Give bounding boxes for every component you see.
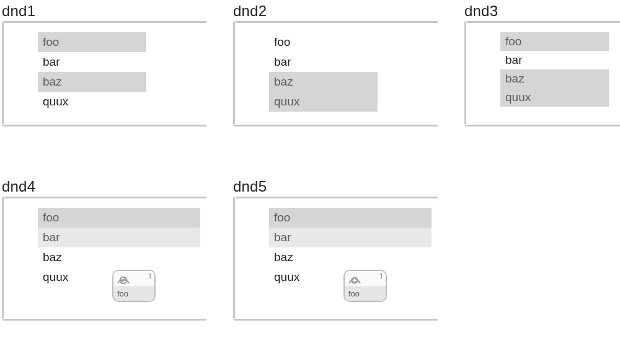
example-dnd2: dnd2 foo bar baz quux	[233, 2, 438, 127]
list-item[interactable]: baz	[500, 69, 609, 88]
item-list[interactable]: foo bar baz quux	[500, 32, 609, 107]
panel-body: foo bar baz quux	[233, 21, 438, 127]
list-item[interactable]: bar	[500, 51, 609, 69]
example-dnd3: dnd3 foo bar baz quux	[464, 2, 620, 127]
item-list[interactable]: foo bar baz quux	[269, 32, 378, 112]
list-item[interactable]: quux	[500, 88, 609, 107]
drag-label: foo	[345, 287, 386, 301]
panel-title: dnd4	[2, 178, 206, 195]
selection-group[interactable]: baz quux	[500, 69, 609, 107]
panel-title: dnd5	[233, 178, 438, 195]
panel-body: foo bar baz quux	[464, 21, 620, 127]
drag-count: 1	[148, 272, 152, 280]
list-item[interactable]: foo	[269, 32, 378, 52]
item-list[interactable]: foo bar baz quux	[38, 32, 146, 112]
list-item[interactable]: foo	[269, 208, 432, 228]
panel-title: dnd3	[464, 2, 620, 20]
list-item[interactable]: quux	[269, 92, 378, 112]
panel-left-rule	[2, 197, 4, 321]
no-drop-icon	[117, 273, 130, 285]
list-item[interactable]: foo	[500, 32, 609, 51]
list-item[interactable]: baz	[269, 247, 432, 267]
panel-title: dnd2	[233, 2, 438, 20]
example-dnd1: dnd1 foo bar baz quux	[2, 2, 206, 127]
panel-body: foo bar baz quux 1 foo	[233, 197, 438, 321]
drag-avatar-header: 1	[345, 271, 386, 287]
drag-avatar[interactable]: 1 foo	[112, 270, 156, 302]
drag-avatar[interactable]: 1 foo	[343, 270, 387, 302]
copy-add-icon	[348, 273, 361, 285]
list-item[interactable]: bar	[38, 52, 146, 72]
panel-left-rule	[464, 21, 467, 127]
list-item[interactable]: baz	[38, 72, 146, 92]
drag-count: 1	[379, 272, 383, 280]
list-item[interactable]: baz	[269, 72, 378, 92]
panel-title: dnd1	[2, 2, 206, 20]
list-item[interactable]: bar	[38, 228, 200, 247]
panel-left-rule	[2, 21, 4, 127]
list-item[interactable]: bar	[269, 52, 378, 72]
example-dnd5: dnd5 foo bar baz quux 1 foo	[233, 178, 438, 321]
panel-left-rule	[233, 197, 236, 321]
example-dnd4: dnd4 foo bar baz quux 1 foo	[2, 178, 206, 321]
list-item[interactable]: baz	[38, 247, 200, 267]
selection-group[interactable]: baz quux	[269, 72, 378, 112]
list-item[interactable]: bar	[269, 228, 432, 247]
list-item[interactable]: foo	[38, 32, 146, 52]
list-item[interactable]: quux	[38, 92, 146, 112]
panel-left-rule	[233, 21, 236, 127]
drag-label: foo	[113, 287, 154, 301]
panel-body: foo bar baz quux	[2, 21, 206, 127]
drag-avatar-header: 1	[113, 271, 154, 287]
list-item[interactable]: foo	[38, 208, 200, 228]
panel-body: foo bar baz quux 1 foo	[2, 197, 206, 321]
